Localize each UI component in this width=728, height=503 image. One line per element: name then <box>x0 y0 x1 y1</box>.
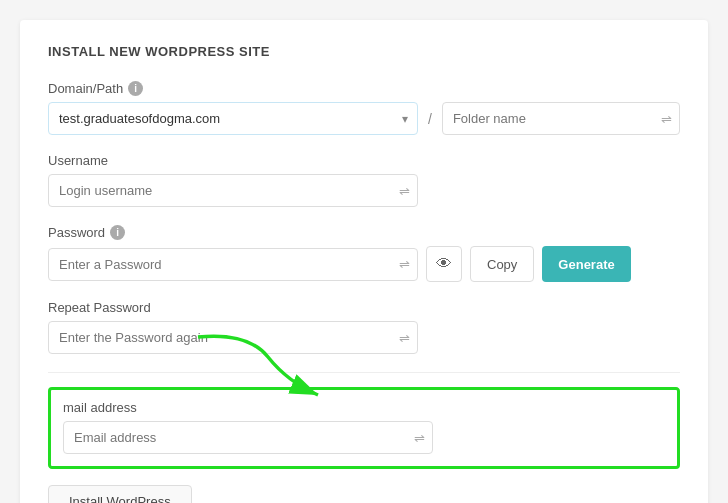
email-input-wrapper: ⇌ <box>63 421 433 454</box>
repeat-password-label: Repeat Password <box>48 300 680 315</box>
password-gen-icon[interactable]: ⇌ <box>399 257 410 272</box>
domain-path-row: Domain/Path i test.graduatesofdogma.com … <box>48 81 680 135</box>
install-button-row: Install WordPress <box>48 485 680 503</box>
page-title: INSTALL NEW WORDPRESS SITE <box>48 44 680 59</box>
email-input[interactable] <box>63 421 433 454</box>
password-label: Password i <box>48 225 680 240</box>
password-input[interactable] <box>48 248 418 281</box>
username-row: Username ⇌ <box>48 153 680 207</box>
password-controls-row: ⇌ 👁 Copy Generate <box>48 246 680 282</box>
folder-input[interactable] <box>442 102 680 135</box>
install-wordpress-button[interactable]: Install WordPress <box>48 485 192 503</box>
toggle-password-button[interactable]: 👁 <box>426 246 462 282</box>
domain-select[interactable]: test.graduatesofdogma.com <box>48 102 418 135</box>
generate-password-button[interactable]: Generate <box>542 246 630 282</box>
email-highlighted-section: mail address ⇌ <box>48 387 680 469</box>
domain-row: test.graduatesofdogma.com / ⇌ <box>48 102 680 135</box>
password-row: Password i ⇌ 👁 Copy Generate <box>48 225 680 282</box>
eye-icon: 👁 <box>436 255 452 273</box>
username-label: Username <box>48 153 680 168</box>
install-wordpress-card: INSTALL NEW WORDPRESS SITE Domain/Path i… <box>20 20 708 503</box>
copy-password-button[interactable]: Copy <box>470 246 534 282</box>
username-input-wrapper: ⇌ <box>48 174 418 207</box>
password-input-wrapper: ⇌ <box>48 248 418 281</box>
email-label: mail address <box>63 400 665 415</box>
folder-input-wrapper: ⇌ <box>442 102 680 135</box>
slash-divider: / <box>424 111 436 127</box>
username-gen-icon[interactable]: ⇌ <box>399 183 410 198</box>
email-section-wrapper: mail address ⇌ <box>48 387 680 469</box>
repeat-password-gen-icon[interactable]: ⇌ <box>399 330 410 345</box>
folder-gen-icon[interactable]: ⇌ <box>661 111 672 126</box>
domain-select-wrapper: test.graduatesofdogma.com <box>48 102 418 135</box>
email-gen-icon[interactable]: ⇌ <box>414 430 425 445</box>
domain-info-icon[interactable]: i <box>128 81 143 96</box>
domain-label: Domain/Path i <box>48 81 680 96</box>
password-info-icon[interactable]: i <box>110 225 125 240</box>
username-input[interactable] <box>48 174 418 207</box>
